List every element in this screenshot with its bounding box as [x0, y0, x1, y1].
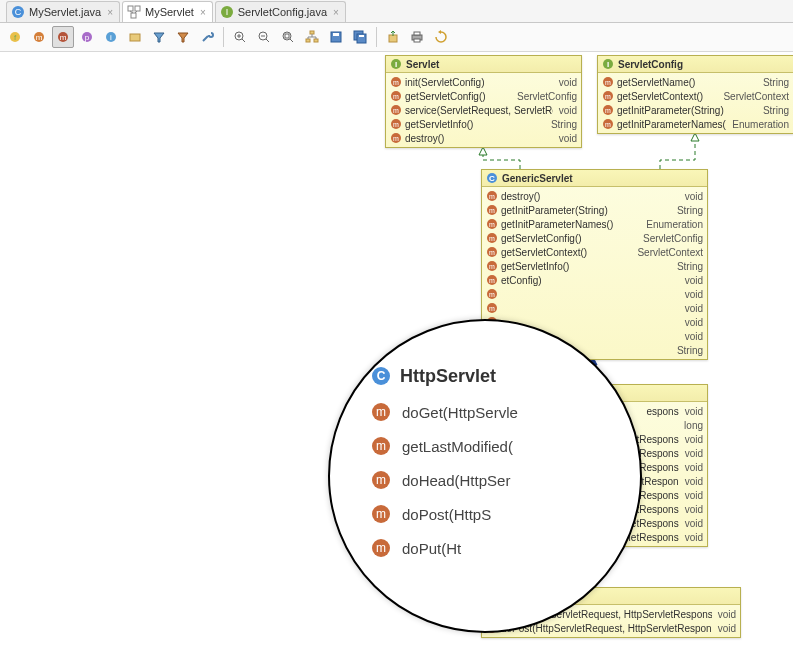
node-servlet[interactable]: I Servlet minit(ServletConfig)voidmgetSe…	[385, 55, 582, 148]
member-row[interactable]: mservice(ServletRequest, ServletResponsv…	[386, 103, 581, 117]
member-row[interactable]: metConfig)void	[482, 273, 707, 287]
member-signature: getServletContext()	[501, 247, 631, 258]
tab-label: ServletConfig.java	[238, 6, 327, 18]
svg-text:m: m	[489, 277, 495, 284]
close-icon[interactable]: ×	[333, 7, 339, 18]
close-icon[interactable]: ×	[107, 7, 113, 18]
method-protected-icon[interactable]: m	[52, 26, 74, 48]
close-icon[interactable]: ×	[200, 7, 206, 18]
filter-script-icon[interactable]	[172, 26, 194, 48]
member-return-type: String	[677, 261, 703, 272]
member-row[interactable]: mgetInitParameterNames()Enumeration	[598, 117, 793, 131]
svg-text:m: m	[376, 541, 386, 555]
method-icon: m	[370, 435, 392, 457]
zoom-in-icon[interactable]	[229, 26, 251, 48]
member-row[interactable]: mgetServletInfo()String	[482, 259, 707, 273]
member-return-type: void	[685, 532, 703, 543]
member-signature: etConfig)	[501, 275, 679, 286]
refresh-icon[interactable]	[430, 26, 452, 48]
interface-icon: I	[602, 58, 614, 70]
package-filter-icon[interactable]	[124, 26, 146, 48]
svg-rect-17	[130, 34, 140, 41]
member-row[interactable]: mgetServletContext()ServletContext	[482, 245, 707, 259]
save-icon[interactable]	[325, 26, 347, 48]
member-row[interactable]: mgetInitParameter(String)String	[598, 103, 793, 117]
tab-servletconfig-java[interactable]: I ServletConfig.java ×	[215, 1, 346, 22]
member-return-type: void	[685, 504, 703, 515]
member-row[interactable]: mdestroy()void	[386, 131, 581, 145]
svg-text:m: m	[605, 79, 611, 86]
field-private-icon[interactable]: f	[4, 26, 26, 48]
member-signature: getServletContext()	[617, 91, 717, 102]
svg-text:m: m	[376, 507, 386, 521]
magnifier-node-header: C HttpServlet	[370, 365, 518, 387]
member-row[interactable]: mgetInitParameterNames()Enumeration	[482, 217, 707, 231]
interface-icon: I	[220, 5, 234, 19]
diagram-canvas[interactable]: I Servlet minit(ServletConfig)voidmgetSe…	[0, 52, 793, 645]
export-icon[interactable]	[382, 26, 404, 48]
member-signature: getInitParameter(String)	[617, 105, 757, 116]
tab-myservlet-java[interactable]: C MyServlet.java ×	[6, 1, 120, 22]
member-row[interactable]: mgetServletContext()ServletContext	[598, 89, 793, 103]
zoom-fit-icon[interactable]	[277, 26, 299, 48]
svg-text:m: m	[489, 235, 495, 242]
magnifier-member-row: mgetLastModified(	[370, 435, 518, 457]
svg-rect-24	[314, 39, 318, 42]
member-return-type: ServletContext	[637, 247, 703, 258]
member-row[interactable]: minit(ServletConfig)void	[386, 75, 581, 89]
toolbar: f m m p i	[0, 23, 793, 52]
filter-icon[interactable]	[148, 26, 170, 48]
member-row[interactable]: mgetServletConfig()ServletConfig	[386, 89, 581, 103]
tab-label: MyServlet	[145, 6, 194, 18]
node-header[interactable]: C GenericServlet	[482, 170, 707, 187]
print-icon[interactable]	[406, 26, 428, 48]
tab-label: MyServlet.java	[29, 6, 101, 18]
member-return-type: void	[685, 275, 703, 286]
svg-text:m: m	[376, 439, 386, 453]
method-icon: m	[370, 401, 392, 423]
editor-tabstrip: C MyServlet.java × MyServlet × I Servlet…	[0, 0, 793, 23]
member-row[interactable]: mvoid	[482, 287, 707, 301]
svg-text:C: C	[377, 369, 386, 383]
toolbar-separator	[223, 27, 224, 47]
member-return-type: Enumeration	[732, 119, 789, 130]
interface-icon: I	[390, 58, 402, 70]
member-return-type: void	[685, 191, 703, 202]
method-icon: m	[602, 90, 614, 102]
package-icon[interactable]: p	[76, 26, 98, 48]
interface-icon[interactable]: i	[100, 26, 122, 48]
layout-icon[interactable]	[301, 26, 323, 48]
node-header[interactable]: I Servlet	[386, 56, 581, 73]
member-return-type: void	[685, 406, 703, 417]
member-row[interactable]: mvoid	[482, 301, 707, 315]
member-row[interactable]: mgetInitParameter(String)String	[482, 203, 707, 217]
zoom-out-icon[interactable]	[253, 26, 275, 48]
magnifier-title: HttpServlet	[400, 366, 496, 387]
member-return-type: String	[677, 205, 703, 216]
save-all-icon[interactable]	[349, 26, 371, 48]
method-public-icon[interactable]: m	[28, 26, 50, 48]
wrench-icon[interactable]	[196, 26, 218, 48]
member-signature: getServletInfo()	[501, 261, 671, 272]
member-row[interactable]: mgetServletName()String	[598, 75, 793, 89]
method-icon: m	[390, 118, 402, 130]
tab-myservlet-diagram[interactable]: MyServlet ×	[122, 1, 213, 22]
method-icon: m	[486, 190, 498, 202]
svg-text:I: I	[395, 60, 397, 69]
svg-rect-4	[131, 13, 136, 18]
member-row[interactable]: mdestroy()void	[482, 189, 707, 203]
class-icon: C	[486, 172, 498, 184]
member-return-type: Enumeration	[646, 219, 703, 230]
member-row[interactable]: mgetServletInfo()String	[386, 117, 581, 131]
method-icon: m	[486, 232, 498, 244]
member-row[interactable]: mgetServletConfig()ServletConfig	[482, 231, 707, 245]
node-servletconfig[interactable]: I ServletConfig mgetServletName()Stringm…	[597, 55, 793, 134]
svg-rect-3	[135, 6, 140, 11]
member-signature: getServletConfig()	[501, 233, 637, 244]
svg-rect-30	[389, 35, 397, 42]
method-icon: m	[602, 118, 614, 130]
svg-text:m: m	[605, 121, 611, 128]
node-header[interactable]: I ServletConfig	[598, 56, 793, 73]
svg-text:m: m	[60, 33, 67, 42]
svg-text:m: m	[376, 405, 386, 419]
